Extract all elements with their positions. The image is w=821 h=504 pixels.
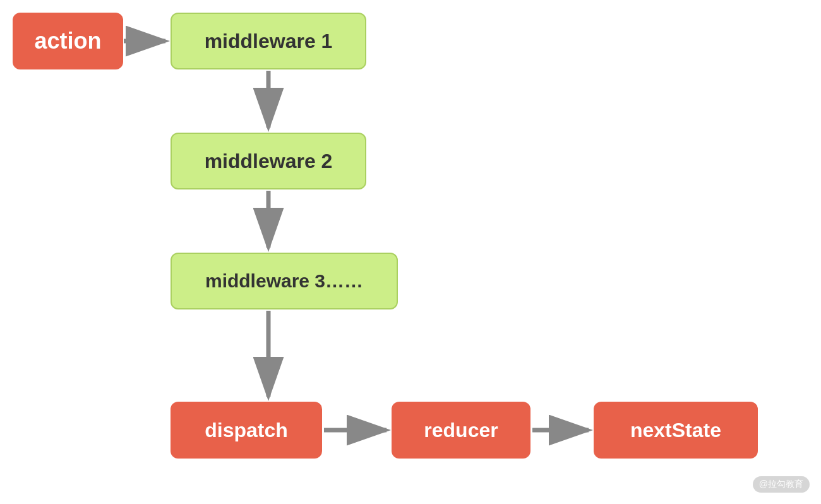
- middleware1-node: middleware 1: [171, 13, 366, 69]
- action-label: action: [34, 28, 101, 54]
- watermark: @拉勾教育: [753, 476, 810, 493]
- reducer-node: reducer: [392, 402, 530, 459]
- nextstate-label: nextState: [630, 419, 721, 442]
- diagram-container: action middleware 1 middleware 2 middlew…: [0, 0, 821, 504]
- nextstate-node: nextState: [594, 402, 758, 459]
- middleware2-node: middleware 2: [171, 133, 366, 189]
- dispatch-label: dispatch: [205, 419, 288, 442]
- reducer-label: reducer: [424, 419, 498, 442]
- middleware3-label: middleware 3……: [205, 270, 363, 292]
- middleware2-label: middleware 2: [205, 150, 333, 173]
- middleware1-label: middleware 1: [205, 30, 333, 53]
- action-node: action: [13, 13, 123, 69]
- middleware3-node: middleware 3……: [171, 253, 398, 309]
- dispatch-node: dispatch: [171, 402, 322, 459]
